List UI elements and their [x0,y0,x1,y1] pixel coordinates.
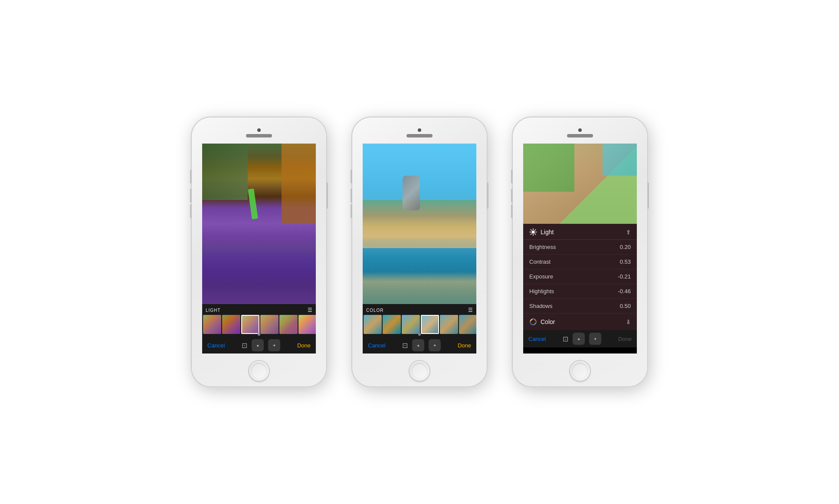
home-button-inner-3 [572,363,588,379]
cancel-button-3[interactable]: Cancel [528,336,546,342]
settings-panel: Light ⇧ Brightness 0.20 Contrast 0.53 Ex… [523,224,637,330]
thumb-2-1[interactable] [364,315,382,334]
settings-row-contrast[interactable]: Contrast 0.53 [523,255,637,269]
done-button-1[interactable]: Done [297,342,311,349]
filter-icon-1[interactable]: ✦ [268,339,280,351]
filter-icon-3[interactable]: ✦ [589,333,601,345]
iphone-1-bottom-bar: LIGHT ☰ Cancel [202,304,316,353]
sand-overlay [363,216,476,248]
photo-girl-viewfinder [363,144,476,304]
thumb-2-4[interactable] [421,315,439,334]
cancel-button-2[interactable]: Cancel [368,342,385,349]
settings-row-brightness[interactable]: Brightness 0.20 [523,240,637,255]
thumbnails-row-1 [202,315,316,336]
light-title: Light [541,229,554,236]
color-title: Color [541,318,555,325]
svg-line-8 [531,234,531,235]
iphone-1-bottom [249,355,269,386]
camera-dot-3 [578,128,582,132]
settings-row-shadows[interactable]: Shadows 0.50 [523,299,637,314]
brightness-label: Brightness [529,244,556,250]
light-section-title: Light [529,228,554,236]
iphone-1: LIGHT ☰ Cancel [192,118,326,386]
brightness-value: 0.20 [620,244,631,250]
thumbnails-1 [202,314,316,337]
camera-dot-1 [257,128,261,132]
adjust-icon-1[interactable]: ● [252,339,264,351]
iphone-2: COLOR ☰ Cancel [352,118,487,386]
adjust-icon-2[interactable]: ● [412,339,424,351]
home-button-1[interactable] [249,361,269,381]
iphone-2-bottom [410,355,429,386]
thumb-2-2[interactable] [383,315,401,334]
thumb-1-3[interactable] [241,315,259,334]
teal-bg [603,144,637,176]
color-chevron-down-icon[interactable]: ⇩ [626,319,631,325]
shadows-label: Shadows [529,303,552,309]
light-chevron-up-icon[interactable]: ⇧ [626,229,631,236]
color-section-header[interactable]: Color ⇩ [523,314,637,330]
thumb-1-5[interactable] [279,315,298,334]
svg-line-5 [531,229,531,230]
thumb-1-6[interactable] [298,315,316,334]
settings-row-exposure[interactable]: Exposure -0.21 [523,269,637,284]
thumb-1-4[interactable] [260,315,279,334]
cancel-button-1[interactable]: Cancel [207,342,225,349]
photo-girl-closeup [523,144,637,224]
highlights-value: -0.46 [618,288,631,295]
phones-container: LIGHT ☰ Cancel [192,118,647,386]
home-button-2[interactable] [410,361,429,381]
svg-point-0 [532,231,535,234]
action-icons-2: ⊡ ● ✦ [402,339,441,351]
svg-line-7 [535,229,536,230]
speaker-grille-3 [567,134,593,137]
thumb-2-5[interactable] [440,315,458,334]
iphone-3-screen: Light ⇧ Brightness 0.20 Contrast 0.53 Ex… [523,144,637,353]
shadows-value: 0.50 [620,303,631,309]
camera-dot-2 [418,128,421,132]
label-row-2: COLOR ☰ [363,306,476,314]
home-button-3[interactable] [570,361,590,381]
crop-icon-1[interactable]: ⊡ [242,341,247,350]
crop-icon-2[interactable]: ⊡ [402,341,408,350]
action-bar-2: Cancel ⊡ ● ✦ Done [363,337,476,353]
filter-label-2: COLOR [366,308,384,313]
filter-label-1: LIGHT [206,308,220,313]
list-icon-2[interactable]: ☰ [468,307,473,313]
photo-girl-popsicle [202,144,316,304]
scroll-dot-2 [418,333,421,336]
telescope [403,176,420,210]
bg-building [282,144,316,224]
done-button-3: Done [618,336,632,342]
thumb-2-6[interactable] [459,315,476,334]
filter-icon-2[interactable]: ✦ [429,339,441,351]
popsicle [248,188,258,219]
home-button-inner-2 [412,363,427,379]
done-button-2[interactable]: Done [458,342,471,349]
list-icon-1[interactable]: ☰ [308,307,312,313]
color-wheel-icon [529,318,537,326]
thumb-2-3[interactable] [402,315,420,334]
settings-row-highlights[interactable]: Highlights -0.46 [523,284,637,299]
exposure-value: -0.21 [618,273,631,280]
home-button-inner-1 [251,363,267,379]
iphone-2-bottom-bar: COLOR ☰ Cancel [363,304,476,353]
speaker-grille-1 [246,134,272,137]
iphone-2-screen: COLOR ☰ Cancel [363,144,476,353]
adjust-icon-3[interactable]: ● [573,333,585,345]
thumb-1-2[interactable] [222,315,240,334]
thumb-1-1[interactable] [203,315,221,334]
action-icons-1: ⊡ ● ✦ [242,339,280,351]
svg-point-10 [532,321,534,323]
iphone-3-top [513,118,647,144]
light-section-header[interactable]: Light ⇧ [523,224,637,240]
iphone-2-top [352,118,487,144]
contrast-value: 0.53 [620,259,631,265]
shirt-overlay [202,240,316,304]
iphone-3: Light ⇧ Brightness 0.20 Contrast 0.53 Ex… [513,118,647,386]
label-row-1: LIGHT ☰ [202,306,316,314]
crop-icon-3[interactable]: ⊡ [563,335,568,343]
exposure-label: Exposure [529,273,553,280]
sun-icon [529,228,537,236]
bg-trees [202,144,248,200]
